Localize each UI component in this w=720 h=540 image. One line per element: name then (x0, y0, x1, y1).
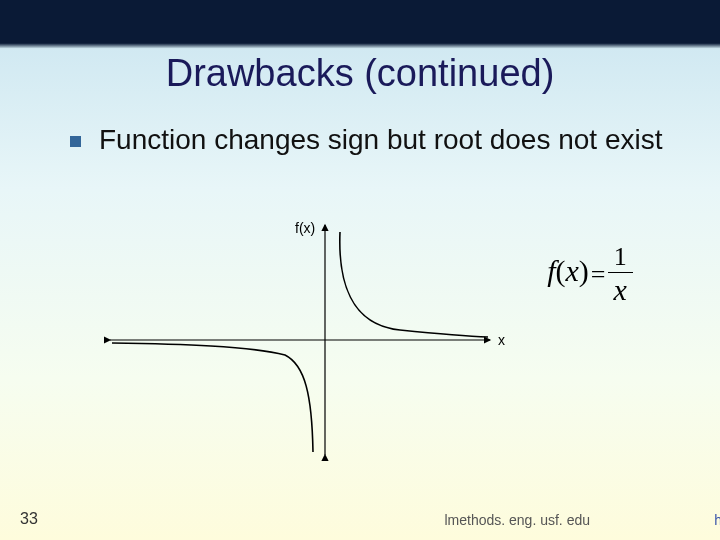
footer-text: lmethods. eng. usf. edu (444, 512, 590, 528)
cutoff-text: ht (714, 512, 720, 528)
y-axis-label: f(x) (295, 220, 315, 236)
x-axis-label: x (498, 332, 505, 348)
function-plot: f(x) x (100, 220, 500, 470)
bullet-square-icon (70, 136, 81, 147)
slide-title: Drawbacks (continued) (0, 52, 720, 95)
page-number: 33 (20, 510, 38, 528)
bullet-text: Function changes sign but root does not … (99, 122, 662, 157)
slide: Drawbacks (continued) Function changes s… (0, 0, 720, 540)
bullet-item: Function changes sign but root does not … (70, 122, 680, 157)
plot-svg (100, 220, 500, 470)
equation-overlay: f(x)= 1 x (515, 244, 665, 305)
eq-den: x (608, 273, 633, 305)
eq-num: 1 (608, 244, 633, 273)
eq-var: x (566, 254, 579, 287)
